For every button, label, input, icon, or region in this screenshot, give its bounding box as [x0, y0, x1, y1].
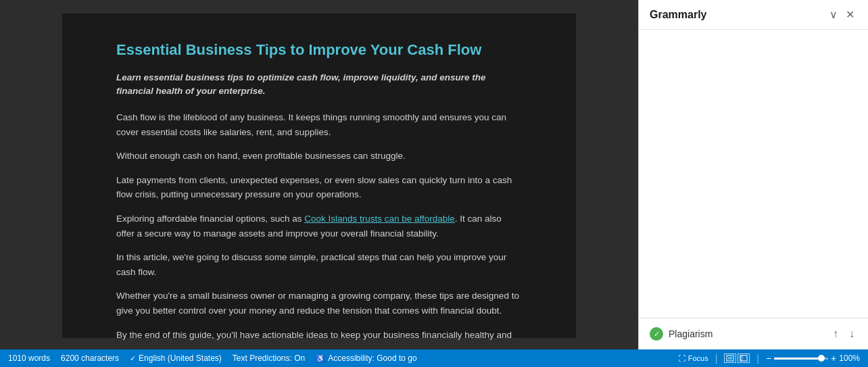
language-icon: ✓ — [130, 354, 136, 363]
paragraph-5: In this article, we're going to discuss … — [116, 250, 522, 279]
language-indicator[interactable]: ✓ English (United States) — [130, 353, 222, 363]
char-count: 6200 characters — [61, 353, 119, 363]
grammarly-footer: ✓ Plagiarism ↑ ↓ — [639, 318, 868, 349]
zoom-control: − + 100% — [766, 353, 860, 363]
accessibility-status: ♿ Accessibility: Good to go — [316, 353, 416, 363]
plagiarism-badge: ✓ Plagiarism — [650, 327, 713, 341]
accessibility-label: Accessibility: Good to go — [328, 353, 416, 363]
focus-icon: ⛶ — [678, 354, 685, 362]
paragraph-3: Late payments from clients, unexpected e… — [116, 173, 522, 202]
editor-container: Essential Business Tips to Improve Your … — [0, 0, 638, 349]
paragraph-6: Whether you're a small business owner or… — [116, 289, 522, 318]
zoom-slider-fill — [774, 358, 821, 360]
web-layout-icon[interactable] — [738, 353, 750, 363]
zoom-slider-container[interactable] — [774, 358, 828, 360]
svg-rect-4 — [740, 356, 742, 361]
grammarly-header: Grammarly ∨ ✕ — [639, 0, 868, 30]
separator-1: | — [715, 353, 718, 364]
paragraph-4: Exploring affordable financial options, … — [116, 212, 522, 241]
paragraph-7: By the end of this guide, you'll have ac… — [116, 328, 522, 343]
document-subtitle: Learn essential business tips to optimiz… — [116, 71, 522, 99]
svg-rect-0 — [727, 356, 733, 361]
accessibility-icon: ♿ — [316, 354, 325, 363]
document-page: Essential Business Tips to Improve Your … — [62, 14, 576, 338]
grammarly-minimize-button[interactable]: ∨ — [827, 7, 840, 23]
focus-button[interactable]: ⛶ Focus — [678, 354, 708, 362]
word-count: 1010 words — [8, 353, 50, 363]
text-predictions: Text Predictions: On — [233, 353, 305, 363]
cook-islands-link[interactable]: Cook Islands trusts can be affordable — [304, 214, 455, 224]
grammarly-title: Grammarly — [650, 9, 824, 21]
print-layout-icon[interactable] — [724, 353, 736, 363]
grammarly-content — [639, 30, 868, 318]
language-label: English (United States) — [139, 353, 222, 363]
document-title: Essential Business Tips to Improve Your … — [116, 41, 522, 60]
footer-arrows: ↑ ↓ — [830, 326, 857, 341]
grammarly-close-button[interactable]: ✕ — [843, 7, 857, 23]
paragraph-2: Without enough cash on hand, even profit… — [116, 149, 522, 164]
zoom-slider-thumb — [818, 355, 825, 362]
status-bar: 1010 words 6200 characters ✓ English (Un… — [0, 349, 868, 367]
layout-icons — [724, 353, 750, 363]
grammarly-up-button[interactable]: ↑ — [830, 326, 841, 341]
plagiarism-label: Plagiarism — [669, 328, 713, 339]
separator-2: | — [756, 353, 759, 364]
document-scroll[interactable]: Essential Business Tips to Improve Your … — [0, 0, 638, 349]
paragraph-1: Cash flow is the lifeblood of any busine… — [116, 110, 522, 139]
para4-before: Exploring affordable financial options, … — [116, 214, 304, 224]
focus-label: Focus — [688, 354, 708, 362]
grammarly-panel: Grammarly ∨ ✕ ✓ Plagiarism ↑ ↓ — [638, 0, 868, 349]
grammarly-down-button[interactable]: ↓ — [846, 326, 857, 341]
zoom-out-button[interactable]: − — [766, 353, 771, 363]
status-right: ⛶ Focus | | − — [678, 353, 860, 364]
zoom-in-button[interactable]: + — [831, 353, 836, 363]
plagiarism-check-icon: ✓ — [650, 327, 663, 341]
zoom-level: 100% — [839, 353, 860, 363]
